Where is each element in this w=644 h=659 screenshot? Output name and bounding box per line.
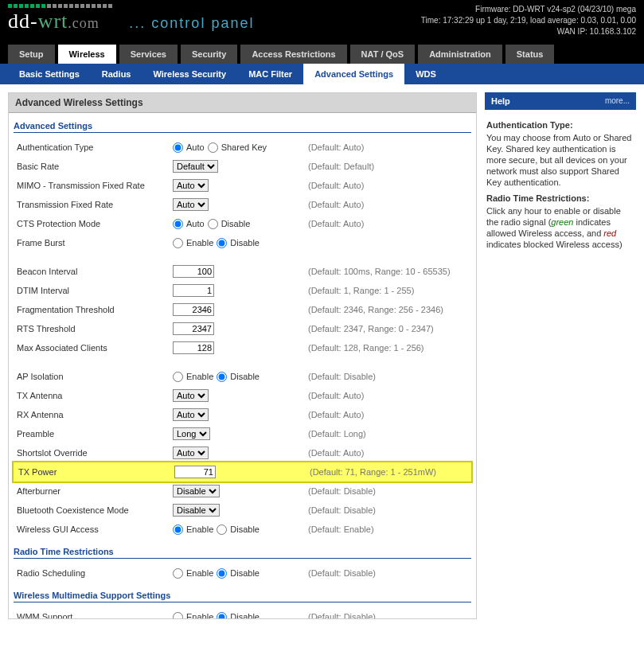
legend-wmm: Wireless Multimedia Support Settings bbox=[14, 591, 471, 602]
tab-wireless[interactable]: Wireless bbox=[58, 45, 116, 64]
tab-nat-qos[interactable]: NAT / QoS bbox=[350, 45, 416, 64]
text-input[interactable] bbox=[173, 265, 214, 278]
setting-row: RX AntennaAuto(Default: Auto) bbox=[14, 405, 471, 424]
setting-label: Preamble bbox=[14, 429, 173, 439]
tab-setup[interactable]: Setup bbox=[8, 45, 55, 64]
radio-input[interactable] bbox=[173, 238, 183, 248]
setting-default: (Default: Disable) bbox=[308, 568, 376, 578]
radio-input[interactable] bbox=[217, 524, 227, 535]
radio-input[interactable] bbox=[208, 219, 218, 229]
setting-label: AP Isolation bbox=[14, 372, 173, 381]
help-more-link[interactable]: more... bbox=[605, 96, 630, 106]
setting-control: Disable bbox=[173, 485, 308, 497]
setting-row: AP IsolationEnableDisable(Default: Disab… bbox=[14, 367, 471, 386]
tab-administration[interactable]: Administration bbox=[418, 45, 502, 64]
radio-option[interactable]: Enable bbox=[173, 372, 213, 382]
select-input[interactable]: Auto bbox=[173, 198, 209, 211]
tab-access-restrictions[interactable]: Access Restrictions bbox=[240, 45, 346, 64]
setting-control: EnableDisable bbox=[173, 238, 308, 248]
setting-label: Bluetooth Coexistence Mode bbox=[14, 505, 173, 515]
subtab-radius[interactable]: Radius bbox=[91, 64, 142, 84]
text-input[interactable] bbox=[174, 466, 216, 478]
setting-control bbox=[173, 341, 308, 354]
tab-security[interactable]: Security bbox=[181, 45, 237, 64]
radio-input[interactable] bbox=[208, 142, 218, 153]
setting-row: TX AntennaAuto(Default: Auto) bbox=[14, 386, 471, 405]
setting-control bbox=[173, 265, 308, 278]
setting-default: (Default: 128, Range: 1 - 256) bbox=[308, 343, 424, 353]
setting-default: (Default: Auto) bbox=[308, 200, 364, 209]
radio-option[interactable]: Auto bbox=[173, 219, 205, 229]
text-input[interactable] bbox=[173, 284, 214, 297]
radio-option[interactable]: Disable bbox=[217, 524, 260, 535]
fieldset-advanced: Advanced Settings Authentication TypeAut… bbox=[14, 121, 471, 539]
radio-input[interactable] bbox=[173, 568, 183, 579]
setting-default: (Default: Disable) bbox=[308, 372, 376, 381]
select-input[interactable]: Default bbox=[173, 160, 218, 173]
help-radio-title: Radio Time Restrictions: bbox=[486, 193, 634, 204]
text-input[interactable] bbox=[173, 303, 214, 316]
radio-option[interactable]: Enable bbox=[173, 238, 213, 248]
radio-input[interactable] bbox=[173, 219, 183, 229]
subtab-basic-settings[interactable]: Basic Settings bbox=[8, 64, 91, 84]
setting-default: (Default: Enable) bbox=[308, 524, 374, 534]
setting-control: AutoDisable bbox=[173, 219, 308, 229]
setting-row: Wireless GUI AccessEnableDisable(Default… bbox=[14, 520, 471, 539]
radio-option[interactable]: Disable bbox=[208, 219, 251, 229]
radio-option[interactable]: Enable bbox=[173, 524, 213, 535]
select-input[interactable]: Auto bbox=[173, 446, 209, 459]
setting-label: Max Associated Clients bbox=[14, 343, 173, 353]
subtab-mac-filter[interactable]: MAC Filter bbox=[237, 64, 303, 84]
time-line: Time: 17:32:29 up 1 day, 2:19, load aver… bbox=[421, 15, 636, 26]
select-input[interactable]: Auto bbox=[173, 179, 209, 192]
radio-option[interactable]: Disable bbox=[217, 372, 260, 382]
help-header: Help more... bbox=[485, 92, 636, 110]
select-input[interactable]: Disable bbox=[173, 485, 220, 497]
radio-option[interactable]: Enable bbox=[173, 612, 213, 619]
radio-input[interactable] bbox=[173, 142, 183, 153]
radio-option[interactable]: Disable bbox=[217, 612, 260, 619]
select-input[interactable]: Auto bbox=[173, 389, 209, 402]
setting-control bbox=[173, 284, 308, 297]
subtab-advanced-settings[interactable]: Advanced Settings bbox=[303, 64, 404, 84]
setting-label: Wireless GUI Access bbox=[14, 524, 173, 534]
radio-option[interactable]: Enable bbox=[173, 568, 213, 579]
setting-row: Shortslot OverrideAuto(Default: Auto) bbox=[14, 443, 471, 462]
radio-input[interactable] bbox=[217, 568, 227, 579]
setting-control: Auto bbox=[173, 179, 308, 192]
radio-input[interactable] bbox=[173, 524, 183, 535]
setting-label: Transmission Fixed Rate bbox=[14, 200, 173, 209]
radio-option[interactable]: Disable bbox=[217, 238, 260, 248]
setting-row: Frame BurstEnableDisable bbox=[14, 233, 471, 252]
subtab-wireless-security[interactable]: Wireless Security bbox=[142, 64, 238, 84]
main-tabs: SetupWirelessServicesSecurityAccess Rest… bbox=[0, 45, 644, 64]
select-input[interactable]: Auto bbox=[173, 408, 209, 421]
setting-control: Auto bbox=[173, 198, 308, 211]
main-panel: Advanced Wireless Settings Advanced Sett… bbox=[8, 92, 477, 619]
setting-default: (Default: Default) bbox=[308, 162, 374, 171]
radio-input[interactable] bbox=[173, 612, 183, 619]
radio-input[interactable] bbox=[217, 238, 227, 248]
setting-label: RX Antenna bbox=[14, 410, 173, 419]
select-input[interactable]: Long bbox=[173, 427, 210, 440]
radio-option[interactable]: Auto bbox=[173, 142, 205, 153]
setting-row: WMM SupportEnableDisable(Default: Disabl… bbox=[14, 607, 471, 618]
wanip-line: WAN IP: 10.168.3.102 bbox=[421, 26, 636, 37]
text-input[interactable] bbox=[173, 341, 214, 354]
subtab-wds[interactable]: WDS bbox=[404, 64, 447, 84]
text-input[interactable] bbox=[173, 322, 214, 335]
select-input[interactable]: Disable bbox=[173, 504, 220, 517]
radio-input[interactable] bbox=[173, 372, 183, 382]
setting-label: RTS Threshold bbox=[14, 324, 173, 333]
setting-default: (Default: 1, Range: 1 - 255) bbox=[308, 286, 414, 295]
radio-input[interactable] bbox=[217, 612, 227, 619]
page-title: Advanced Wireless Settings bbox=[9, 93, 476, 113]
setting-control bbox=[174, 466, 310, 478]
logo: dd-wrt.com bbox=[8, 10, 105, 33]
tab-status[interactable]: Status bbox=[505, 45, 555, 64]
radio-option[interactable]: Shared Key bbox=[208, 142, 267, 153]
setting-default: (Default: Auto) bbox=[308, 391, 364, 400]
tab-services[interactable]: Services bbox=[119, 45, 178, 64]
radio-option[interactable]: Disable bbox=[217, 568, 260, 579]
radio-input[interactable] bbox=[217, 372, 227, 382]
